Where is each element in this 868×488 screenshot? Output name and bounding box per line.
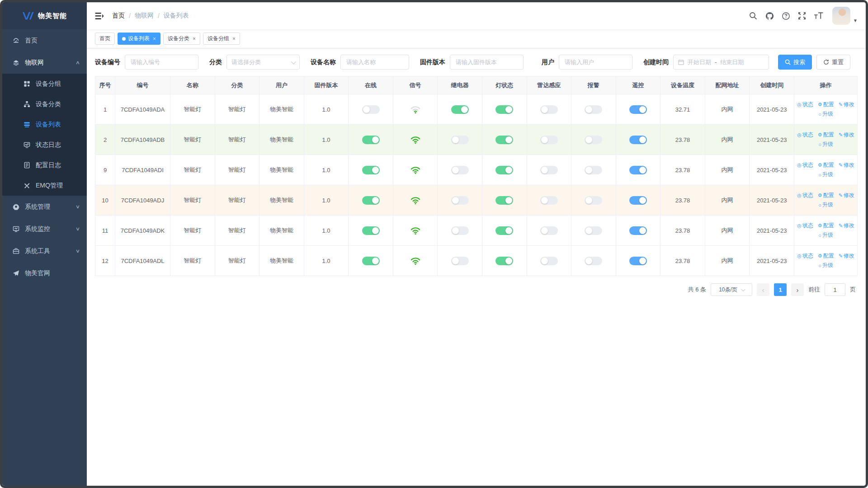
action-修改[interactable]: ✎修改 bbox=[839, 222, 854, 230]
sidebar-item-system-tools[interactable]: 系统工具∨ bbox=[2, 240, 87, 262]
action-配置[interactable]: ⚙配置 bbox=[818, 192, 834, 199]
tab-设备分类[interactable]: 设备分类× bbox=[163, 33, 200, 45]
relay-switch[interactable] bbox=[451, 257, 469, 265]
help-icon[interactable] bbox=[781, 11, 791, 21]
light-switch[interactable] bbox=[495, 226, 513, 235]
remote-switch[interactable] bbox=[629, 136, 647, 144]
online-switch[interactable] bbox=[362, 196, 380, 205]
radar-switch[interactable] bbox=[540, 136, 558, 144]
remote-switch[interactable] bbox=[629, 166, 647, 174]
close-icon[interactable]: × bbox=[153, 36, 156, 42]
sidebar-item-status-log[interactable]: 状态日志 bbox=[2, 135, 87, 155]
sidebar-item-device-list[interactable]: 设备列表 bbox=[2, 114, 87, 135]
firmware-input[interactable] bbox=[450, 55, 524, 70]
alarm-switch[interactable] bbox=[585, 257, 602, 265]
relay-switch[interactable] bbox=[451, 196, 469, 205]
remote-switch[interactable] bbox=[629, 196, 647, 205]
alarm-switch[interactable] bbox=[585, 226, 602, 235]
action-状态[interactable]: ◎状态 bbox=[797, 101, 813, 108]
sidebar-item-emq-manage[interactable]: EMQ管理 bbox=[2, 175, 87, 196]
action-配置[interactable]: ⚙配置 bbox=[818, 252, 834, 260]
search-button[interactable]: 搜索 bbox=[778, 55, 812, 70]
close-icon[interactable]: × bbox=[232, 36, 236, 42]
action-修改[interactable]: ✎修改 bbox=[839, 192, 854, 199]
font-size-icon[interactable] bbox=[813, 11, 823, 21]
action-升级[interactable]: ○升级 bbox=[818, 262, 833, 269]
sidebar-item-system-manage[interactable]: 系统管理∨ bbox=[2, 196, 87, 218]
sidebar-item-device-group[interactable]: 设备分组 bbox=[2, 74, 87, 94]
page-size-select[interactable]: 10条/页 bbox=[711, 283, 752, 296]
reset-button[interactable]: 重置 bbox=[816, 55, 850, 70]
light-switch[interactable] bbox=[495, 196, 513, 205]
goto-page-input[interactable] bbox=[825, 283, 845, 296]
sidebar-item-official-site[interactable]: 物美官网 bbox=[2, 262, 87, 284]
sidebar-item-home[interactable]: 首页 bbox=[2, 29, 87, 52]
relay-switch[interactable] bbox=[451, 166, 469, 174]
device-name-input[interactable] bbox=[340, 55, 409, 70]
close-icon[interactable]: × bbox=[193, 36, 196, 42]
search-icon[interactable] bbox=[748, 11, 758, 21]
sidebar-item-config-log[interactable]: 配置日志 bbox=[2, 155, 87, 175]
action-状态[interactable]: ◎状态 bbox=[797, 252, 813, 260]
remote-switch[interactable] bbox=[629, 105, 647, 114]
remote-switch[interactable] bbox=[629, 226, 647, 235]
category-select[interactable]: 请选择分类 bbox=[226, 55, 300, 70]
action-修改[interactable]: ✎修改 bbox=[839, 131, 854, 139]
relay-switch[interactable] bbox=[451, 136, 469, 144]
page-number-1[interactable]: 1 bbox=[774, 283, 787, 296]
action-状态[interactable]: ◎状态 bbox=[797, 161, 813, 169]
action-升级[interactable]: ○升级 bbox=[818, 201, 833, 209]
action-升级[interactable]: ○升级 bbox=[818, 141, 833, 148]
alarm-switch[interactable] bbox=[585, 105, 602, 114]
alarm-switch[interactable] bbox=[585, 166, 602, 174]
user-menu[interactable]: ▼ bbox=[832, 7, 858, 25]
sidebar-item-iot[interactable]: 物联网∧ bbox=[2, 52, 87, 74]
sidebar-toggle-icon[interactable] bbox=[95, 11, 104, 20]
tab-首页[interactable]: 首页 bbox=[95, 33, 115, 45]
online-switch[interactable] bbox=[362, 226, 380, 235]
github-icon[interactable] bbox=[764, 11, 774, 21]
action-升级[interactable]: ○升级 bbox=[818, 231, 833, 239]
user-avatar[interactable] bbox=[832, 7, 850, 25]
online-switch[interactable] bbox=[362, 136, 380, 144]
alarm-switch[interactable] bbox=[585, 196, 602, 205]
sidebar-item-device-category[interactable]: 设备分类 bbox=[2, 94, 87, 114]
action-状态[interactable]: ◎状态 bbox=[797, 192, 813, 199]
alarm-switch[interactable] bbox=[585, 136, 602, 144]
tab-设备列表[interactable]: 设备列表× bbox=[118, 33, 160, 45]
user-input[interactable] bbox=[559, 55, 632, 70]
radar-switch[interactable] bbox=[540, 166, 558, 174]
sidebar-item-system-monitor[interactable]: 系统监控∨ bbox=[2, 218, 87, 240]
action-状态[interactable]: ◎状态 bbox=[797, 131, 813, 139]
fullscreen-icon[interactable] bbox=[797, 11, 807, 21]
breadcrumb-home[interactable]: 首页 bbox=[112, 12, 125, 20]
prev-page-button[interactable]: ‹ bbox=[757, 283, 769, 296]
date-range-picker[interactable]: 开始日期 - 结束日期 bbox=[673, 55, 769, 70]
action-状态[interactable]: ◎状态 bbox=[797, 222, 813, 230]
light-switch[interactable] bbox=[495, 166, 513, 174]
action-配置[interactable]: ⚙配置 bbox=[818, 101, 834, 108]
radar-switch[interactable] bbox=[540, 105, 558, 114]
radar-switch[interactable] bbox=[540, 226, 558, 235]
online-switch[interactable] bbox=[362, 166, 380, 174]
action-升级[interactable]: ○升级 bbox=[818, 110, 833, 118]
tab-设备分组[interactable]: 设备分组× bbox=[203, 33, 240, 45]
action-修改[interactable]: ✎修改 bbox=[839, 101, 854, 108]
remote-switch[interactable] bbox=[629, 257, 647, 265]
action-配置[interactable]: ⚙配置 bbox=[818, 222, 834, 230]
action-配置[interactable]: ⚙配置 bbox=[818, 131, 834, 139]
action-升级[interactable]: ○升级 bbox=[818, 171, 833, 178]
action-修改[interactable]: ✎修改 bbox=[839, 252, 854, 260]
action-配置[interactable]: ⚙配置 bbox=[818, 161, 834, 169]
light-switch[interactable] bbox=[495, 136, 513, 144]
radar-switch[interactable] bbox=[540, 257, 558, 265]
light-switch[interactable] bbox=[495, 105, 513, 114]
radar-switch[interactable] bbox=[540, 196, 558, 205]
relay-switch[interactable] bbox=[451, 105, 469, 114]
device-code-input[interactable] bbox=[125, 55, 198, 70]
light-switch[interactable] bbox=[495, 257, 513, 265]
relay-switch[interactable] bbox=[451, 226, 469, 235]
next-page-button[interactable]: › bbox=[791, 283, 804, 296]
online-switch[interactable] bbox=[362, 105, 380, 114]
online-switch[interactable] bbox=[362, 257, 380, 265]
